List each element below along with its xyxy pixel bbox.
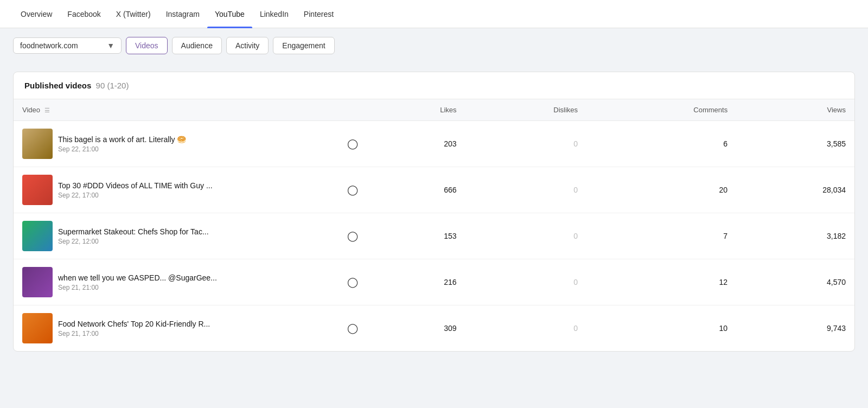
- play-icon: ◯: [347, 230, 358, 242]
- play-icon: ◯: [347, 276, 358, 288]
- video-date: Sep 22, 21:00: [58, 145, 337, 153]
- account-label: foodnetwork.com: [20, 41, 78, 50]
- videos-table-card: Published videos 90 (1-20) Video ☰ Likes…: [13, 72, 855, 352]
- cell-dislikes: 0: [465, 305, 587, 352]
- video-thumbnail: [22, 129, 53, 159]
- col-header-likes: Likes: [367, 99, 465, 121]
- col-header-comments: Comments: [586, 99, 736, 121]
- chevron-down-icon: ▼: [107, 41, 114, 50]
- cell-likes: 309: [367, 305, 465, 352]
- videos-table: Video ☰ Likes Dislikes Comments Views Th…: [14, 99, 854, 351]
- tab-audience[interactable]: Audience: [172, 37, 222, 54]
- cell-likes: 216: [367, 259, 465, 305]
- cell-dislikes: 0: [465, 167, 587, 213]
- cell-comments: 6: [586, 121, 736, 167]
- video-date: Sep 21, 21:00: [58, 284, 337, 291]
- top-nav-item-instagram[interactable]: Instagram: [158, 0, 207, 28]
- top-nav-item-overview[interactable]: Overview: [13, 0, 60, 28]
- video-date: Sep 22, 17:00: [58, 192, 337, 199]
- top-navigation: OverviewFacebookX (Twitter)InstagramYouT…: [0, 0, 868, 28]
- table-row[interactable]: Supermarket Stakeout: Chefs Shop for Tac…: [14, 213, 854, 259]
- video-info: when we tell you we GASPED... @SugarGee.…: [58, 273, 337, 291]
- top-nav-item-youtube[interactable]: YouTube: [207, 0, 252, 28]
- tab-videos[interactable]: Videos: [126, 37, 168, 54]
- play-icon: ◯: [347, 138, 358, 150]
- table-row[interactable]: This bagel is a work of art. Literally 🥯…: [14, 121, 854, 167]
- top-nav-item-linkedin[interactable]: LinkedIn: [252, 0, 296, 28]
- tab-activity[interactable]: Activity: [226, 37, 269, 54]
- cell-likes: 153: [367, 213, 465, 259]
- video-info: Food Network Chefs' Top 20 Kid-Friendly …: [58, 320, 337, 337]
- video-title: when we tell you we GASPED... @SugarGee.…: [58, 273, 337, 282]
- video-thumbnail: [22, 175, 53, 205]
- top-nav-item-facebook[interactable]: Facebook: [60, 0, 108, 28]
- cell-comments: 7: [586, 213, 736, 259]
- top-nav-item-twitter[interactable]: X (Twitter): [108, 0, 158, 28]
- video-thumbnail: [22, 267, 53, 297]
- sub-navigation: foodnetwork.com ▼ VideosAudienceActivity…: [0, 28, 868, 63]
- table-row[interactable]: Food Network Chefs' Top 20 Kid-Friendly …: [14, 305, 854, 352]
- col-header-views: Views: [736, 99, 854, 121]
- video-title: Top 30 #DDD Videos of ALL TIME with Guy …: [58, 181, 337, 190]
- video-info: Top 30 #DDD Videos of ALL TIME with Guy …: [58, 181, 337, 199]
- table-row[interactable]: when we tell you we GASPED... @SugarGee.…: [14, 259, 854, 305]
- cell-views: 28,034: [736, 167, 854, 213]
- cell-comments: 20: [586, 167, 736, 213]
- table-row[interactable]: Top 30 #DDD Videos of ALL TIME with Guy …: [14, 167, 854, 213]
- col-header-dislikes: Dislikes: [465, 99, 587, 121]
- main-content: Published videos 90 (1-20) Video ☰ Likes…: [0, 63, 868, 360]
- cell-comments: 12: [586, 259, 736, 305]
- filter-icon[interactable]: ☰: [44, 107, 50, 114]
- cell-dislikes: 0: [465, 121, 587, 167]
- video-info: Supermarket Stakeout: Chefs Shop for Tac…: [58, 227, 337, 245]
- account-selector[interactable]: foodnetwork.com ▼: [13, 37, 122, 54]
- video-title: This bagel is a work of art. Literally 🥯: [58, 135, 337, 144]
- cell-views: 9,743: [736, 305, 854, 352]
- cell-likes: 666: [367, 167, 465, 213]
- play-icon: ◯: [347, 184, 358, 196]
- cell-dislikes: 0: [465, 259, 587, 305]
- play-icon: ◯: [347, 322, 358, 334]
- video-thumbnail: [22, 221, 53, 251]
- table-title: Published videos: [24, 81, 91, 90]
- cell-views: 3,182: [736, 213, 854, 259]
- video-title: Food Network Chefs' Top 20 Kid-Friendly …: [58, 320, 337, 328]
- cell-dislikes: 0: [465, 213, 587, 259]
- cell-views: 4,570: [736, 259, 854, 305]
- tab-engagement[interactable]: Engagement: [273, 37, 334, 54]
- video-date: Sep 21, 17:00: [58, 330, 337, 337]
- cell-likes: 203: [367, 121, 465, 167]
- table-title-row: Published videos 90 (1-20): [14, 72, 854, 99]
- video-info: This bagel is a work of art. Literally 🥯…: [58, 135, 337, 153]
- video-date: Sep 22, 12:00: [58, 238, 337, 245]
- cell-views: 3,585: [736, 121, 854, 167]
- cell-comments: 10: [586, 305, 736, 352]
- table-header-row: Video ☰ Likes Dislikes Comments Views: [14, 99, 854, 121]
- col-header-video: Video ☰: [14, 99, 367, 121]
- table-count: 90 (1-20): [96, 81, 129, 90]
- video-title: Supermarket Stakeout: Chefs Shop for Tac…: [58, 227, 337, 236]
- video-thumbnail: [22, 313, 53, 343]
- top-nav-item-pinterest[interactable]: Pinterest: [296, 0, 341, 28]
